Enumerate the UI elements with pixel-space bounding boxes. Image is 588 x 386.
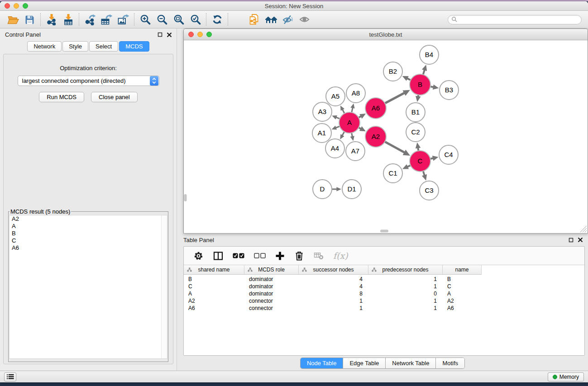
network-canvas[interactable]: B4B2BB3A8A5A6A3B1AA1C2A2A4A7C4CC1C3DD1 [184, 40, 588, 233]
save-session-button[interactable] [21, 13, 38, 27]
table-cell: C [443, 283, 482, 290]
table-cell: A [184, 290, 244, 297]
zoom-out-button[interactable] [153, 13, 170, 27]
graph-edge-B-B4[interactable] [423, 70, 425, 75]
table-cell: dominator [244, 290, 299, 297]
import-table-button[interactable] [60, 13, 76, 27]
table-cell: connector [244, 305, 299, 312]
close-table-panel-button[interactable] [578, 238, 583, 242]
table-cell: connector [244, 297, 299, 305]
table-cell: 1 [299, 305, 368, 312]
close-panel-button[interactable] [167, 33, 172, 37]
table-row-A6[interactable]: A6connector11A6 [184, 305, 584, 312]
table-row-C[interactable]: Cdominator41C [184, 283, 584, 290]
zoom-fit-icon [173, 14, 184, 25]
graph-edge-A-A7[interactable] [352, 133, 353, 137]
export-network-button[interactable] [81, 13, 98, 27]
graph-edge-C-C2[interactable] [418, 148, 418, 151]
graph-edge-C-C3[interactable] [423, 171, 425, 176]
control-panel-header: Control Panel [0, 29, 177, 41]
mcds-result-item[interactable]: A6 [10, 244, 167, 252]
toolbar-separator [79, 13, 79, 26]
tab-select[interactable]: Select [89, 41, 118, 52]
graph-edge-A-A1[interactable] [336, 126, 340, 128]
mcds-result-item[interactable]: A2 [10, 215, 167, 223]
memory-button[interactable]: Memory [548, 372, 584, 381]
graph-edge-C-C1[interactable] [407, 165, 411, 167]
import-network-button[interactable] [43, 13, 60, 27]
delete-table-button[interactable] [314, 252, 324, 260]
tab-motifs[interactable]: Motifs [435, 358, 464, 368]
column-header-successor-nodes[interactable]: successor nodes [299, 265, 368, 275]
column-header-MCDS-role[interactable]: MCDS role [244, 265, 299, 275]
column-header-predecessor-nodes[interactable]: predecessor nodes [368, 265, 443, 275]
select-all-columns-button[interactable] [233, 253, 244, 258]
graph-node-label-A1: A1 [318, 129, 326, 137]
table-row-A2[interactable]: A2connector11A2 [184, 297, 584, 305]
graph-edge-B-B2[interactable] [407, 78, 411, 80]
float-panel-button[interactable] [158, 32, 163, 37]
show-task-history-button[interactable] [4, 372, 16, 381]
graph-edge-A2-C[interactable] [385, 142, 405, 152]
table-cell: dominator [244, 283, 299, 290]
table-row-B[interactable]: Bdominator41B [184, 276, 584, 283]
column-header-name[interactable]: name [443, 265, 482, 275]
tab-style[interactable]: Style [62, 41, 88, 52]
create-column-button[interactable] [275, 251, 285, 261]
open-file-button[interactable] [5, 13, 21, 27]
tab-edge-table[interactable]: Edge Table [343, 358, 385, 368]
mcds-result-item[interactable]: C [10, 237, 167, 244]
zoom-out-icon [157, 14, 167, 25]
mcds-result-list: A2ABCA6 [9, 215, 167, 359]
column-type-icon [372, 267, 377, 272]
criterion-select[interactable]: largest connected component (directed) [18, 76, 159, 86]
graph-edge-A-A3[interactable] [336, 117, 339, 119]
mcds-result-item[interactable]: B [10, 230, 167, 237]
horizontal-scrollbar-thumb[interactable] [380, 230, 388, 233]
unselect-all-columns-button[interactable] [254, 253, 266, 258]
table-panel-box: f(x) shared nameMCDS rolesuccessor nodes… [183, 246, 585, 356]
network-window-titlebar[interactable]: testGlobe.txt [184, 29, 588, 40]
select-stepper-icon [150, 76, 158, 86]
graph-edge-A6-B[interactable] [385, 93, 404, 103]
close-mcds-panel-button[interactable]: Close panel [91, 92, 138, 102]
show-all-button[interactable] [296, 13, 313, 27]
resize-grip-icon[interactable] [580, 226, 587, 232]
graph-node-label-B1: B1 [411, 108, 420, 116]
delete-columns-button[interactable] [294, 251, 304, 261]
graph-node-label-B2: B2 [389, 67, 397, 75]
run-mcds-button[interactable]: Run MCDS [39, 92, 84, 102]
graph-node-label-C1: C1 [388, 169, 397, 177]
mcds-list-scrollbar[interactable] [161, 215, 167, 358]
export-table-button[interactable] [98, 13, 115, 27]
table-row-A[interactable]: Adominator80A [184, 290, 584, 297]
tab-network-table[interactable]: Network Table [385, 358, 435, 368]
graph-edge-A-A4[interactable] [342, 132, 344, 136]
mcds-result-item[interactable]: A [10, 223, 167, 230]
show-column-button[interactable] [213, 251, 223, 261]
graph-node-label-C4: C4 [444, 151, 453, 158]
zoom-in-button[interactable] [137, 13, 153, 27]
function-builder-button[interactable]: f(x) [333, 252, 348, 260]
zoom-selected-button[interactable] [187, 13, 204, 27]
export-image-button[interactable] [115, 13, 132, 27]
graph-edge-A-A8[interactable] [352, 108, 353, 113]
search-input[interactable] [458, 16, 581, 23]
first-neighbors-button[interactable] [263, 13, 279, 27]
network-window-title: testGlobe.txt [184, 31, 588, 38]
tab-network[interactable]: Network [27, 41, 62, 52]
tab-mcds[interactable]: MCDS [119, 41, 149, 52]
new-network-from-selection-button[interactable] [246, 13, 263, 27]
column-header-shared-name[interactable]: shared name [184, 265, 244, 275]
graph-edge-C-C4[interactable] [430, 158, 433, 159]
vertical-scrollbar-thumb[interactable] [184, 194, 187, 201]
graph-edge-A-A5[interactable] [342, 110, 344, 114]
float-table-panel-button[interactable] [569, 238, 574, 243]
status-bar: Memory [0, 371, 588, 382]
tab-node-table[interactable]: Node Table [301, 358, 343, 368]
table-settings-button[interactable] [193, 251, 204, 261]
hide-selection-button[interactable] [279, 13, 296, 27]
graph-edge-B-B3[interactable] [430, 86, 434, 87]
zoom-fit-button[interactable] [170, 13, 187, 27]
refresh-layout-button[interactable] [209, 13, 225, 27]
